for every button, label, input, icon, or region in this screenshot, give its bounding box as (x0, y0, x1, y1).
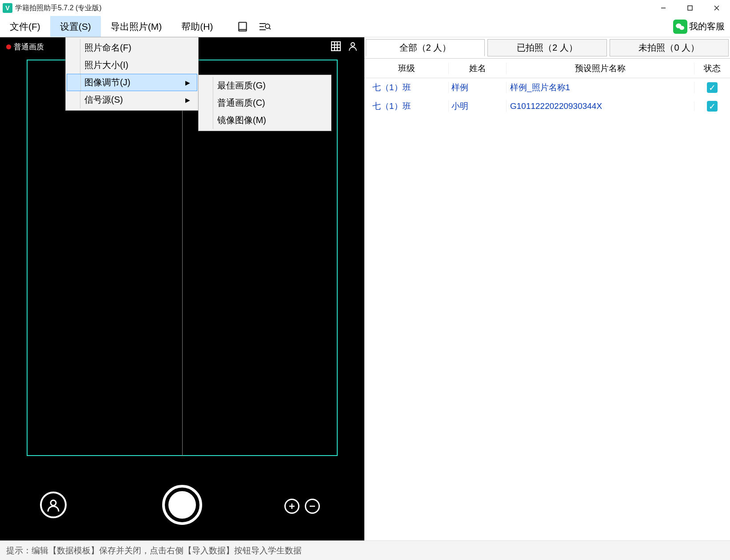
main-content: 普通画质 (0, 37, 730, 540)
filter-tabs: 全部（2 人） 已拍照（2 人） 未拍照（0 人） (364, 37, 730, 59)
chevron-right-icon: ▶ (185, 96, 190, 104)
menu-export[interactable]: 导出照片(M) (101, 16, 172, 37)
save-icon[interactable] (236, 20, 249, 33)
zoom-out-button[interactable] (305, 499, 320, 514)
vertical-guide (182, 55, 183, 456)
zoom-in-button[interactable] (284, 499, 299, 514)
wechat-support-label: 我的客服 (689, 20, 725, 32)
image-adjust-submenu: 最佳画质(G) 普通画质(C) 镜像图像(M) (198, 75, 331, 131)
status-bar: 提示：编辑【数据模板】保存并关闭，点击右侧【导入数据】按钮导入学生数据 (0, 540, 730, 560)
maximize-button[interactable] (677, 0, 703, 16)
wechat-support-button[interactable]: 我的客服 (673, 20, 725, 34)
profile-button[interactable] (40, 492, 67, 518)
cell-name: 样例 (449, 82, 507, 93)
column-class[interactable]: 班级 (364, 63, 449, 74)
svg-point-12 (679, 26, 684, 30)
menu-help[interactable]: 帮助(H) (172, 16, 223, 37)
menu-signal-source[interactable]: 信号源(S) ▶ (67, 91, 197, 108)
cell-name: 小明 (449, 100, 507, 112)
wechat-icon (673, 20, 687, 34)
menu-photo-size[interactable]: 照片大小(I) (67, 56, 197, 74)
tab-all[interactable]: 全部（2 人） (366, 39, 485, 56)
menu-file[interactable]: 文件(F) (0, 16, 50, 37)
cell-class: 七（1）班 (364, 100, 449, 112)
table-row[interactable]: 七（1）班 样例 样例_照片名称1 ✓ (364, 78, 730, 97)
close-button[interactable] (703, 0, 730, 16)
minimize-button[interactable] (650, 0, 677, 16)
menubar: 文件(F) 设置(S) 导出照片(M) 帮助(H) 我的客服 照片命名(F) 照… (0, 16, 730, 37)
cell-status: ✓ (694, 82, 730, 93)
cell-status: ✓ (694, 101, 730, 112)
check-icon: ✓ (707, 82, 718, 93)
cell-class: 七（1）班 (364, 82, 449, 93)
submenu-best-quality[interactable]: 最佳画质(G) (199, 77, 330, 94)
tab-taken[interactable]: 已拍照（2 人） (487, 39, 606, 56)
tab-not-taken[interactable]: 未拍照（0 人） (610, 39, 729, 56)
grid-body: 七（1）班 样例 样例_照片名称1 ✓ 七（1）班 小明 G1011222022… (364, 78, 730, 540)
submenu-normal-quality[interactable]: 普通画质(C) (199, 94, 330, 112)
svg-point-19 (51, 500, 56, 506)
check-icon: ✓ (707, 101, 718, 112)
column-status[interactable]: 状态 (694, 63, 730, 74)
table-row[interactable]: 七（1）班 小明 G10112220220930344X ✓ (364, 97, 730, 116)
window-title: 学籍拍照助手5.7.2 (专业版) (15, 4, 102, 13)
svg-point-9 (265, 24, 270, 28)
status-text: 提示：编辑【数据模板】保存并关闭，点击右侧【导入数据】按钮导入学生数据 (6, 545, 302, 556)
app-icon: V (3, 3, 12, 13)
cell-photo: 样例_照片名称1 (507, 82, 694, 93)
settings-dropdown: 照片命名(F) 照片大小(I) 图像调节(J) ▶ 信号源(S) ▶ (65, 37, 199, 111)
shutter-button[interactable] (162, 485, 202, 525)
student-list-panel: 全部（2 人） 已拍照（2 人） 未拍照（0 人） 班级 姓名 预设照片名称 状… (364, 37, 730, 540)
chevron-right-icon: ▶ (185, 79, 190, 86)
menu-photo-naming[interactable]: 照片命名(F) (67, 39, 197, 56)
column-photo-name[interactable]: 预设照片名称 (507, 63, 694, 74)
filter-search-icon[interactable] (258, 20, 271, 33)
window-controls (650, 0, 730, 16)
svg-rect-1 (688, 6, 692, 10)
grid-header: 班级 姓名 预设照片名称 状态 (364, 59, 730, 78)
menu-image-adjust[interactable]: 图像调节(J) ▶ (67, 74, 197, 91)
titlebar: V 学籍拍照助手5.7.2 (专业版) (0, 0, 730, 16)
cell-photo: G10112220220930344X (507, 101, 694, 111)
submenu-mirror-image[interactable]: 镜像图像(M) (199, 112, 330, 129)
svg-line-10 (269, 28, 271, 29)
menu-settings[interactable]: 设置(S) (50, 16, 101, 37)
column-name[interactable]: 姓名 (449, 63, 507, 74)
